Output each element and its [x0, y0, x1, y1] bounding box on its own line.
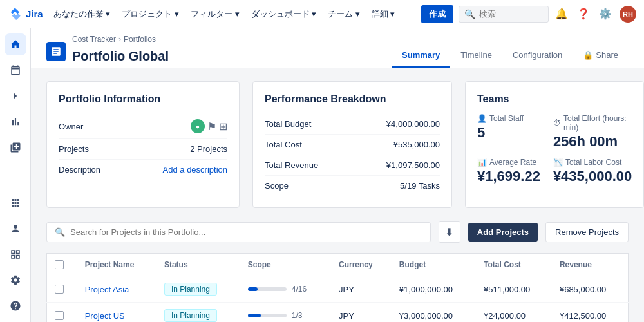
breadcrumb: Cost Tracker › Portfolios — [72, 35, 169, 44]
row-checkbox-1 — [47, 303, 77, 323]
sidebar-expand-icon[interactable] — [5, 85, 26, 107]
status-badge-1: In Planning — [164, 309, 217, 322]
status-badge-0: In Planning — [164, 283, 217, 296]
revenue-value: ¥1,097,500.00 — [386, 160, 440, 170]
col-total-cost: Total Cost — [476, 254, 552, 276]
download-button[interactable]: ⬇ — [439, 221, 460, 243]
menu-teams[interactable]: チーム ▾ — [323, 6, 365, 23]
notification-icon[interactable]: 🔔 — [554, 6, 569, 22]
menu-projects[interactable]: プロジェクト ▾ — [117, 6, 184, 23]
rate-value: ¥1,699.22 — [477, 168, 540, 185]
info-row-description: Description Add a description — [59, 160, 227, 180]
cost-value: ¥535,000.00 — [393, 140, 440, 149]
row-scope-0: 4/16 — [240, 276, 331, 303]
budget-value: ¥4,000,000.00 — [386, 119, 440, 129]
projects-table: Project Name Status Scope Currency Budge… — [46, 253, 629, 322]
add-projects-button[interactable]: Add Projects — [468, 223, 538, 242]
scope-bar-bg-0 — [248, 287, 287, 291]
sidebar-user-icon[interactable] — [5, 218, 26, 240]
project-link-0[interactable]: Project Asia — [85, 285, 129, 294]
cards-row: Portfolio Information Owner ● ⚑ ⊞ Projec… — [46, 81, 629, 208]
sidebar-help-icon[interactable] — [5, 295, 26, 317]
menu-more[interactable]: 詳細 ▾ — [366, 6, 401, 23]
scope-bar-fill-1 — [248, 314, 261, 317]
create-button[interactable]: 作成 — [421, 5, 453, 23]
sidebar-chart-icon[interactable] — [5, 111, 26, 133]
teams-grid: 👤 Total Staff 5 ⏱ Total Effort (hours: m… — [477, 114, 632, 185]
share-button[interactable]: 🔒 Share — [573, 44, 629, 68]
labor-value: ¥435,000.00 — [553, 168, 632, 185]
breadcrumb-child[interactable]: Portfolios — [124, 35, 156, 44]
menu-filters[interactable]: フィルター ▾ — [185, 6, 245, 23]
sidebar-apps-icon[interactable] — [5, 192, 26, 214]
row-checkbox-0 — [47, 276, 77, 303]
scope-cell-1: 1/3 — [248, 311, 323, 320]
logo-label: Jira — [26, 8, 43, 19]
owner-value: ● ⚑ ⊞ — [191, 119, 227, 133]
budget-label: Total Budget — [265, 119, 311, 129]
sidebar-grid-icon[interactable] — [5, 243, 26, 265]
description-label: Description — [59, 165, 100, 175]
page-tabs: Summary Timeline Configuration 🔒 Share — [392, 44, 629, 68]
row-select-checkbox-0[interactable] — [55, 285, 64, 294]
tab-timeline[interactable]: Timeline — [450, 44, 502, 68]
menu-dashboards[interactable]: ダッシュボード ▾ — [246, 6, 322, 23]
info-row-owner: Owner ● ⚑ ⊞ — [59, 114, 227, 139]
menu-work[interactable]: あなたの作業 ▾ — [48, 6, 116, 23]
row-name-1: Project US — [77, 303, 156, 323]
scope-bar-fill-0 — [248, 287, 258, 291]
labor-label: 📉 Total Labor Cost — [553, 158, 632, 167]
row-budget-1: ¥3,000,000.00 — [392, 303, 476, 323]
projects-value: 2 Projects — [190, 144, 227, 154]
row-revenue-1: ¥412,500.00 — [552, 303, 629, 323]
revenue-label: Total Revenue — [265, 160, 318, 170]
teams-stat-labor: 📉 Total Labor Cost ¥435,000.00 — [553, 158, 632, 185]
table-body: Project Asia In Planning 4/16 JPY ¥1,000… — [47, 276, 629, 323]
global-search[interactable]: 🔍 — [459, 6, 549, 23]
scope-label: Scope — [265, 181, 289, 191]
search-actions-row: 🔍 ⬇ Add Projects Remove Projects — [46, 221, 629, 243]
col-project-name: Project Name — [77, 254, 156, 276]
table-row: Project Asia In Planning 4/16 JPY ¥1,000… — [47, 276, 629, 303]
sidebar-calendar-icon[interactable] — [5, 59, 26, 81]
help-icon[interactable]: ❓ — [576, 6, 591, 22]
user-avatar[interactable]: RH — [620, 6, 636, 23]
settings-icon[interactable]: ⚙️ — [598, 6, 613, 22]
jira-logo[interactable]: Jira — [8, 7, 43, 21]
row-status-1: In Planning — [156, 303, 240, 323]
teams-title: Teams — [477, 93, 632, 105]
row-currency-1: JPY — [331, 303, 392, 323]
project-search-input[interactable] — [70, 227, 422, 237]
sidebar-home-icon[interactable] — [5, 33, 26, 55]
perf-row-cost: Total Cost ¥535,000.00 — [265, 135, 440, 155]
col-status: Status — [156, 254, 240, 276]
search-input[interactable] — [479, 9, 537, 19]
rate-icon: 📊 — [477, 158, 487, 167]
row-total-cost-0: ¥511,000.00 — [476, 276, 552, 303]
table-header: Project Name Status Scope Currency Budge… — [47, 254, 629, 276]
owner-icon2: ⊞ — [219, 120, 227, 133]
tab-configuration[interactable]: Configuration — [502, 44, 573, 68]
page-header: Cost Tracker › Portfolios Portfolio Glob… — [31, 28, 644, 68]
row-name-0: Project Asia — [77, 276, 156, 303]
scope-text-0: 4/16 — [292, 285, 307, 294]
row-select-checkbox-1[interactable] — [55, 311, 64, 320]
project-search-box[interactable]: 🔍 — [46, 222, 431, 242]
performance-title: Performance Breakdown — [265, 93, 440, 105]
owner-label: Owner — [59, 122, 83, 131]
staff-label: 👤 Total Staff — [477, 114, 540, 123]
breadcrumb-parent[interactable]: Cost Tracker — [72, 35, 116, 44]
effort-icon: ⏱ — [553, 118, 561, 128]
row-scope-1: 1/3 — [240, 303, 331, 323]
tab-summary[interactable]: Summary — [392, 44, 450, 68]
project-link-1[interactable]: Project US — [85, 311, 125, 321]
col-checkbox — [47, 254, 77, 276]
select-all-checkbox[interactable] — [55, 260, 64, 269]
portfolio-icon — [46, 42, 66, 61]
remove-projects-button[interactable]: Remove Projects — [545, 222, 629, 242]
add-description-link[interactable]: Add a description — [163, 165, 227, 175]
breadcrumb-separator: › — [118, 35, 121, 44]
sidebar-settings-icon[interactable] — [5, 269, 26, 291]
teams-card: Teams 👤 Total Staff 5 ⏱ To — [465, 81, 644, 208]
sidebar-bar-chart-icon[interactable] — [5, 137, 26, 158]
